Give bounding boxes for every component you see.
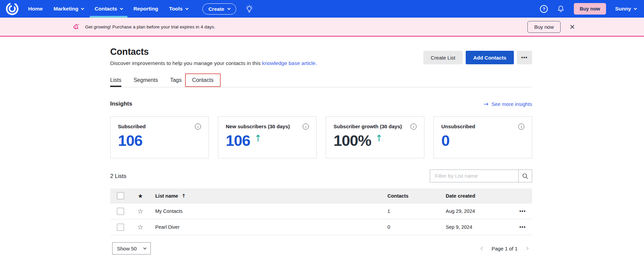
nav-item-tools[interactable]: Tools: [164, 0, 194, 18]
column-header-date-created[interactable]: Date created: [446, 193, 513, 199]
lightbulb-icon[interactable]: [245, 5, 253, 13]
nav-item-contacts[interactable]: Contacts: [89, 0, 128, 18]
list-name-cell[interactable]: My Contacts: [151, 208, 387, 214]
insights-header: Insights → See more insights: [110, 101, 532, 107]
table-row[interactable]: ☆ My Contacts 1 Aug 29, 2024 •••: [110, 203, 532, 219]
nav-item-label: Home: [28, 6, 43, 12]
list-filter: [430, 170, 532, 182]
tab-label: Segments: [134, 77, 158, 83]
active-tab-indicator: [110, 86, 121, 87]
notifications-bell-icon[interactable]: [557, 5, 565, 13]
account-name: Sunny: [615, 6, 631, 12]
nav-right-cluster: ? Buy now Sunny: [540, 3, 637, 15]
tab-label: Contacts: [192, 77, 214, 83]
contacts-page: Home Marketing Contacts Reporting Tools …: [0, 0, 644, 267]
filter-by-list-name-input[interactable]: [430, 170, 518, 182]
row-checkbox[interactable]: [117, 208, 124, 215]
insight-card-unsubscribed: Unsubscribed i 0: [434, 116, 532, 158]
lists-section: 2 Lists ★ List name: [110, 170, 532, 254]
page-subtitle: Discover improvements to help you manage…: [110, 60, 317, 66]
nav-item-home[interactable]: Home: [23, 0, 48, 18]
info-icon[interactable]: i: [518, 124, 524, 130]
see-more-insights-link[interactable]: → See more insights: [484, 101, 532, 107]
insight-card-subscribed: Subscribed i 106: [110, 116, 209, 158]
next-page-icon[interactable]: [525, 246, 528, 250]
pagination-label: Page 1 of 1: [491, 246, 518, 251]
row-actions-button[interactable]: •••: [517, 208, 528, 214]
favorite-star-icon[interactable]: ★: [138, 193, 143, 199]
favorite-star-icon[interactable]: ☆: [137, 207, 143, 215]
column-header-contacts[interactable]: Contacts: [387, 193, 446, 199]
chevron-down-icon: [143, 246, 147, 250]
create-list-button[interactable]: Create List: [423, 51, 463, 64]
card-value: 100%: [334, 133, 371, 148]
brand-logo-icon[interactable]: [5, 2, 19, 16]
subtitle-text: Discover improvements to help you manage…: [110, 60, 262, 66]
lists-count: 2 Lists: [110, 173, 126, 179]
title-row: Contacts Discover improvements to help y…: [110, 47, 532, 66]
info-icon[interactable]: i: [195, 124, 201, 130]
date-created-cell: Aug 29, 2024: [446, 208, 513, 214]
column-header-list-name[interactable]: List name ↑: [151, 193, 387, 199]
info-icon[interactable]: i: [410, 124, 417, 130]
insight-card-subscriber-growth: Subscriber growth (30 days) i 100% ↑: [326, 116, 424, 158]
table-row[interactable]: ☆ Pearl Diver 0 Sep 9, 2024 •••: [110, 219, 532, 235]
tabs-divider: [110, 87, 532, 87]
more-actions-button[interactable]: •••: [517, 51, 532, 64]
banner-close-icon[interactable]: ×: [570, 22, 575, 31]
row-actions-button[interactable]: •••: [517, 224, 528, 230]
add-contacts-button[interactable]: Add Contacts: [466, 51, 514, 64]
nav-item-label: Tools: [169, 6, 183, 12]
create-button[interactable]: Create: [202, 3, 236, 15]
tab-lists[interactable]: Lists: [110, 73, 121, 87]
nav-item-label: Reporting: [134, 6, 158, 12]
table-header-row: ★ List name ↑ Contacts Date created: [110, 188, 532, 203]
banner-buy-now-button[interactable]: Buy now: [527, 21, 561, 33]
favorite-star-icon[interactable]: ☆: [137, 223, 143, 231]
contacts-count-cell: 1: [387, 208, 446, 214]
search-button[interactable]: [518, 170, 532, 182]
card-label: Subscriber growth (30 days): [334, 124, 402, 129]
create-button-label: Create: [208, 6, 224, 12]
nav-item-marketing[interactable]: Marketing: [48, 0, 89, 18]
sort-ascending-icon: ↑: [182, 193, 186, 199]
card-value: 0: [441, 133, 449, 148]
knowledge-base-link[interactable]: knowledge base article.: [262, 60, 317, 66]
main-content: Contacts Discover improvements to help y…: [110, 37, 532, 254]
top-nav: Home Marketing Contacts Reporting Tools …: [0, 0, 644, 18]
tab-label: Tags: [170, 77, 182, 83]
title-block: Contacts Discover improvements to help y…: [110, 47, 317, 66]
page-title: Contacts: [110, 47, 317, 57]
list-name: Pearl Diver: [155, 224, 180, 230]
contacts-tabs: Lists Segments Tags Contacts: [110, 73, 532, 87]
list-name: My Contacts: [155, 208, 183, 214]
nav-buy-now-button[interactable]: Buy now: [574, 3, 606, 15]
account-menu[interactable]: Sunny: [615, 6, 637, 12]
insights-heading: Insights: [110, 101, 132, 107]
info-icon[interactable]: i: [303, 124, 309, 130]
lists-header: 2 Lists: [110, 170, 532, 182]
nav-item-label: Marketing: [54, 6, 78, 12]
table-footer: Show 50 Page 1 of 1: [110, 242, 532, 254]
previous-page-icon[interactable]: [481, 246, 484, 250]
help-icon[interactable]: ?: [540, 5, 548, 13]
card-value: 106: [118, 133, 142, 148]
primary-nav: Home Marketing Contacts Reporting Tools: [23, 0, 194, 18]
chevron-down-icon: [185, 6, 189, 10]
tab-tags[interactable]: Tags: [170, 73, 182, 87]
page-size-label: Show 50: [117, 246, 137, 251]
tab-contacts-highlighted[interactable]: Contacts: [185, 73, 221, 87]
row-checkbox[interactable]: [117, 224, 124, 231]
tab-segments[interactable]: Segments: [134, 73, 158, 87]
list-name-cell[interactable]: Pearl Diver: [151, 224, 387, 230]
page-actions: Create List Add Contacts •••: [423, 51, 532, 64]
card-label: Subscribed: [118, 124, 146, 129]
pagination: Page 1 of 1: [481, 246, 528, 251]
chevron-down-icon: [634, 6, 637, 10]
card-label: New subscribers (30 days): [226, 124, 290, 129]
page-size-select[interactable]: Show 50: [112, 242, 151, 254]
select-all-checkbox[interactable]: [117, 192, 124, 199]
contacts-count-cell: 0: [387, 224, 446, 230]
insight-card-new-subscribers: New subscribers (30 days) i 106 ↑: [218, 116, 317, 158]
nav-item-reporting[interactable]: Reporting: [128, 0, 164, 18]
